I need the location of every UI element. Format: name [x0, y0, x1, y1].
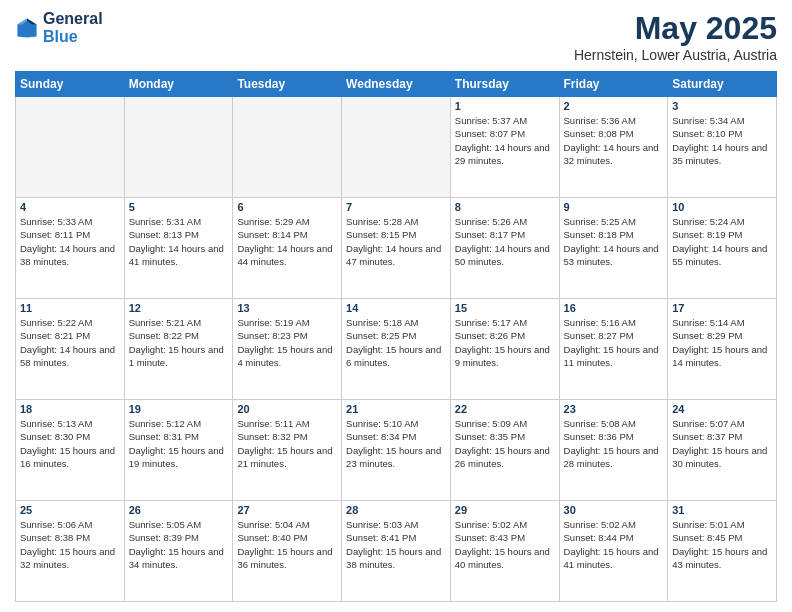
day-number: 28 [346, 504, 446, 516]
sunrise-label: Sunrise: 5:06 AM [20, 519, 92, 530]
daylight-label: Daylight: 15 hours and 11 minutes. [564, 344, 659, 368]
sunrise-label: Sunrise: 5:12 AM [129, 418, 201, 429]
sunrise-label: Sunrise: 5:03 AM [346, 519, 418, 530]
sunrise-label: Sunrise: 5:26 AM [455, 216, 527, 227]
day-info: Sunrise: 5:10 AM Sunset: 8:34 PM Dayligh… [346, 417, 446, 470]
sunset-label: Sunset: 8:13 PM [129, 229, 199, 240]
daylight-label: Daylight: 15 hours and 41 minutes. [564, 546, 659, 570]
calendar-cell: 25 Sunrise: 5:06 AM Sunset: 8:38 PM Dayl… [16, 501, 125, 602]
day-info: Sunrise: 5:08 AM Sunset: 8:36 PM Dayligh… [564, 417, 664, 470]
day-number: 27 [237, 504, 337, 516]
sunset-label: Sunset: 8:21 PM [20, 330, 90, 341]
sunset-label: Sunset: 8:22 PM [129, 330, 199, 341]
sunrise-label: Sunrise: 5:11 AM [237, 418, 309, 429]
day-number: 6 [237, 201, 337, 213]
day-number: 9 [564, 201, 664, 213]
day-info: Sunrise: 5:37 AM Sunset: 8:07 PM Dayligh… [455, 114, 555, 167]
day-info: Sunrise: 5:06 AM Sunset: 8:38 PM Dayligh… [20, 518, 120, 571]
day-info: Sunrise: 5:17 AM Sunset: 8:26 PM Dayligh… [455, 316, 555, 369]
calendar-cell: 21 Sunrise: 5:10 AM Sunset: 8:34 PM Dayl… [342, 400, 451, 501]
daylight-label: Daylight: 15 hours and 34 minutes. [129, 546, 224, 570]
day-number: 7 [346, 201, 446, 213]
calendar-cell: 12 Sunrise: 5:21 AM Sunset: 8:22 PM Dayl… [124, 299, 233, 400]
day-number: 16 [564, 302, 664, 314]
calendar-cell: 20 Sunrise: 5:11 AM Sunset: 8:32 PM Dayl… [233, 400, 342, 501]
sunset-label: Sunset: 8:41 PM [346, 532, 416, 543]
calendar-cell: 22 Sunrise: 5:09 AM Sunset: 8:35 PM Dayl… [450, 400, 559, 501]
sunrise-label: Sunrise: 5:09 AM [455, 418, 527, 429]
daylight-label: Daylight: 14 hours and 53 minutes. [564, 243, 659, 267]
sunrise-label: Sunrise: 5:14 AM [672, 317, 744, 328]
daylight-label: Daylight: 15 hours and 32 minutes. [20, 546, 115, 570]
sunset-label: Sunset: 8:37 PM [672, 431, 742, 442]
sunrise-label: Sunrise: 5:01 AM [672, 519, 744, 530]
calendar-cell: 24 Sunrise: 5:07 AM Sunset: 8:37 PM Dayl… [668, 400, 777, 501]
day-info: Sunrise: 5:16 AM Sunset: 8:27 PM Dayligh… [564, 316, 664, 369]
sunset-label: Sunset: 8:08 PM [564, 128, 634, 139]
daylight-label: Daylight: 14 hours and 50 minutes. [455, 243, 550, 267]
col-friday: Friday [559, 72, 668, 97]
sunset-label: Sunset: 8:29 PM [672, 330, 742, 341]
sunrise-label: Sunrise: 5:36 AM [564, 115, 636, 126]
day-number: 15 [455, 302, 555, 314]
daylight-label: Daylight: 15 hours and 40 minutes. [455, 546, 550, 570]
sunset-label: Sunset: 8:25 PM [346, 330, 416, 341]
sunrise-label: Sunrise: 5:25 AM [564, 216, 636, 227]
day-number: 19 [129, 403, 229, 415]
sunrise-label: Sunrise: 5:29 AM [237, 216, 309, 227]
daylight-label: Daylight: 15 hours and 9 minutes. [455, 344, 550, 368]
sunrise-label: Sunrise: 5:10 AM [346, 418, 418, 429]
day-number: 2 [564, 100, 664, 112]
day-number: 8 [455, 201, 555, 213]
sunset-label: Sunset: 8:44 PM [564, 532, 634, 543]
daylight-label: Daylight: 15 hours and 38 minutes. [346, 546, 441, 570]
day-info: Sunrise: 5:31 AM Sunset: 8:13 PM Dayligh… [129, 215, 229, 268]
calendar-cell: 3 Sunrise: 5:34 AM Sunset: 8:10 PM Dayli… [668, 97, 777, 198]
sunset-label: Sunset: 8:15 PM [346, 229, 416, 240]
daylight-label: Daylight: 14 hours and 44 minutes. [237, 243, 332, 267]
calendar-cell: 15 Sunrise: 5:17 AM Sunset: 8:26 PM Dayl… [450, 299, 559, 400]
daylight-label: Daylight: 14 hours and 58 minutes. [20, 344, 115, 368]
day-number: 5 [129, 201, 229, 213]
calendar-cell: 26 Sunrise: 5:05 AM Sunset: 8:39 PM Dayl… [124, 501, 233, 602]
calendar-cell [342, 97, 451, 198]
daylight-label: Daylight: 15 hours and 26 minutes. [455, 445, 550, 469]
logo: General Blue [15, 10, 103, 45]
daylight-label: Daylight: 14 hours and 32 minutes. [564, 142, 659, 166]
sunset-label: Sunset: 8:39 PM [129, 532, 199, 543]
day-info: Sunrise: 5:14 AM Sunset: 8:29 PM Dayligh… [672, 316, 772, 369]
calendar-cell: 14 Sunrise: 5:18 AM Sunset: 8:25 PM Dayl… [342, 299, 451, 400]
calendar-cell: 11 Sunrise: 5:22 AM Sunset: 8:21 PM Dayl… [16, 299, 125, 400]
day-number: 25 [20, 504, 120, 516]
day-number: 23 [564, 403, 664, 415]
calendar-cell: 16 Sunrise: 5:16 AM Sunset: 8:27 PM Dayl… [559, 299, 668, 400]
day-info: Sunrise: 5:28 AM Sunset: 8:15 PM Dayligh… [346, 215, 446, 268]
col-thursday: Thursday [450, 72, 559, 97]
header: General Blue May 2025 Hernstein, Lower A… [15, 10, 777, 63]
sunrise-label: Sunrise: 5:05 AM [129, 519, 201, 530]
title-block: May 2025 Hernstein, Lower Austria, Austr… [574, 10, 777, 63]
day-info: Sunrise: 5:33 AM Sunset: 8:11 PM Dayligh… [20, 215, 120, 268]
calendar-cell: 30 Sunrise: 5:02 AM Sunset: 8:44 PM Dayl… [559, 501, 668, 602]
sunset-label: Sunset: 8:18 PM [564, 229, 634, 240]
sunset-label: Sunset: 8:34 PM [346, 431, 416, 442]
col-saturday: Saturday [668, 72, 777, 97]
day-info: Sunrise: 5:05 AM Sunset: 8:39 PM Dayligh… [129, 518, 229, 571]
sunset-label: Sunset: 8:31 PM [129, 431, 199, 442]
calendar-cell: 27 Sunrise: 5:04 AM Sunset: 8:40 PM Dayl… [233, 501, 342, 602]
day-number: 4 [20, 201, 120, 213]
calendar-cell: 28 Sunrise: 5:03 AM Sunset: 8:41 PM Dayl… [342, 501, 451, 602]
calendar-cell [16, 97, 125, 198]
day-info: Sunrise: 5:11 AM Sunset: 8:32 PM Dayligh… [237, 417, 337, 470]
daylight-label: Daylight: 14 hours and 38 minutes. [20, 243, 115, 267]
svg-marker-0 [17, 18, 36, 37]
day-info: Sunrise: 5:02 AM Sunset: 8:44 PM Dayligh… [564, 518, 664, 571]
logo-icon [15, 16, 39, 40]
sunrise-label: Sunrise: 5:13 AM [20, 418, 92, 429]
sunrise-label: Sunrise: 5:21 AM [129, 317, 201, 328]
day-info: Sunrise: 5:25 AM Sunset: 8:18 PM Dayligh… [564, 215, 664, 268]
calendar-cell [124, 97, 233, 198]
day-info: Sunrise: 5:22 AM Sunset: 8:21 PM Dayligh… [20, 316, 120, 369]
day-number: 26 [129, 504, 229, 516]
sunrise-label: Sunrise: 5:22 AM [20, 317, 92, 328]
